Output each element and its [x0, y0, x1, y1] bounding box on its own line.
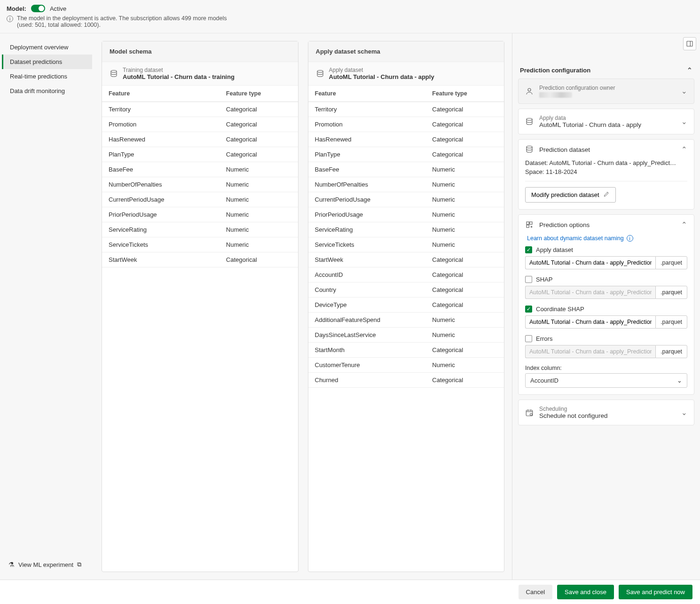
apply-data-section[interactable]: Apply data AutoML Tutorial - Churn data …	[518, 109, 694, 134]
prediction-dataset-label: Prediction dataset	[539, 146, 676, 153]
owner-value-redacted	[539, 92, 572, 98]
table-row: HasRenewedCategorical	[308, 132, 504, 147]
chevron-up-icon: ⌃	[681, 220, 687, 229]
type-cell: Numeric	[425, 237, 504, 252]
table-row: TerritoryCategorical	[308, 102, 504, 117]
scheduling-label: Scheduling	[539, 406, 676, 412]
nav-item[interactable]: Data drift monitoring	[2, 84, 92, 98]
learn-link[interactable]: Learn about dynamic dataset naming i	[527, 235, 633, 242]
external-link-icon	[77, 561, 81, 568]
model-info-text: The model in the deployment is active. T…	[17, 15, 243, 28]
svg-point-6	[527, 146, 532, 149]
table-row: CurrentPeriodUsageNumeric	[308, 192, 504, 207]
table-row: PlanTypeCategorical	[308, 147, 504, 162]
prediction-options-header[interactable]: Prediction options ⌃	[519, 215, 694, 235]
feature-cell: BaseFee	[308, 162, 426, 177]
save-and-predict-button[interactable]: Save and predict now	[619, 585, 692, 599]
table-row: CountryCategorical	[308, 282, 504, 298]
info-icon: i	[7, 16, 13, 22]
table-row: CustomerTenureNumeric	[308, 358, 504, 373]
feature-cell: CurrentPeriodUsage	[102, 192, 220, 207]
feature-cell: ServiceTickets	[308, 237, 426, 252]
view-ml-experiment-link[interactable]: View ML experiment	[2, 556, 92, 573]
nav-item[interactable]: Dataset predictions	[2, 55, 92, 69]
apply-schema-header-feature: Feature	[308, 86, 426, 102]
footer: Cancel Save and close Save and predict n…	[0, 580, 700, 604]
shap-checkbox[interactable]	[525, 276, 532, 283]
chevron-down-icon: ⌄	[677, 377, 682, 384]
table-row: AccountIDCategorical	[308, 267, 504, 282]
calendar-icon	[525, 408, 534, 417]
cancel-button[interactable]: Cancel	[519, 585, 552, 599]
table-row: ChurnedCategorical	[308, 373, 504, 388]
chevron-down-icon: ⌄	[681, 87, 687, 95]
type-cell: Numeric	[220, 192, 298, 207]
type-cell: Numeric	[425, 313, 504, 327]
table-row: BaseFeeNumeric	[308, 162, 504, 177]
apply-dataset-filename-input[interactable]	[525, 256, 655, 269]
table-row: ServiceRatingNumeric	[308, 222, 504, 237]
feature-cell: Promotion	[102, 117, 220, 132]
index-column-label: Index column:	[525, 365, 687, 371]
chevron-up-icon[interactable]: ⌃	[687, 66, 692, 74]
svg-point-0	[111, 70, 117, 72]
feature-cell: AccountID	[308, 267, 426, 282]
model-schema-header-feature: Feature	[102, 86, 220, 102]
model-schema-card: Model schema Training dataset AutoML Tut…	[102, 41, 299, 572]
nav-item[interactable]: Deployment overview	[2, 40, 92, 55]
index-column-select[interactable]: AccountID ⌄	[525, 373, 687, 388]
right-panel: Prediction configuration ⌃ Prediction co…	[512, 33, 700, 580]
owner-label: Prediction configuration owner	[539, 85, 676, 91]
apply-dataset-option-label: Apply dataset	[536, 246, 573, 253]
svg-rect-2	[687, 41, 692, 47]
errors-filename-input	[525, 345, 655, 358]
apply-schema-card: Apply dataset schema Apply dataset AutoM…	[308, 41, 505, 572]
chevron-up-icon: ⌃	[681, 145, 687, 154]
coordinate-shap-option-label: Coordinate SHAP	[536, 306, 584, 313]
svg-rect-8	[530, 222, 532, 224]
database-icon	[316, 70, 324, 78]
table-row: BaseFeeNumeric	[102, 162, 298, 177]
type-cell: Categorical	[425, 132, 504, 147]
model-label: Model:	[7, 5, 26, 12]
type-cell: Categorical	[425, 117, 504, 132]
table-row: NumberOfPenaltiesNumeric	[308, 177, 504, 192]
type-cell: Categorical	[425, 252, 504, 267]
scheduling-section[interactable]: Scheduling Schedule not configured ⌄	[518, 400, 694, 425]
table-row: NumberOfPenaltiesNumeric	[102, 177, 298, 192]
feature-cell: Territory	[308, 102, 426, 117]
type-cell: Numeric	[220, 237, 298, 252]
type-cell: Categorical	[220, 252, 298, 267]
svg-point-14	[530, 413, 533, 416]
apply-schema-header-type: Feature type	[425, 86, 504, 102]
table-row: ServiceTicketsNumeric	[102, 237, 298, 252]
modify-prediction-dataset-button[interactable]: Modify prediction dataset	[525, 187, 616, 203]
scheduling-value: Schedule not configured	[539, 412, 676, 419]
type-cell: Numeric	[220, 222, 298, 237]
feature-cell: StartWeek	[308, 252, 426, 267]
feature-cell: CustomerTenure	[308, 358, 426, 372]
apply-dataset-checkbox[interactable]	[525, 246, 532, 253]
table-row: StartWeekCategorical	[308, 252, 504, 267]
nav-item[interactable]: Real-time predictions	[2, 69, 92, 84]
type-cell: Categorical	[425, 282, 504, 297]
errors-checkbox[interactable]	[525, 335, 532, 342]
type-cell: Numeric	[425, 192, 504, 207]
table-row: CurrentPeriodUsageNumeric	[102, 192, 298, 207]
file-ext: .parquet	[655, 345, 687, 358]
owner-section[interactable]: Prediction configuration owner ⌄	[518, 78, 694, 104]
database-icon	[110, 70, 118, 78]
type-cell: Categorical	[425, 267, 504, 282]
save-and-close-button[interactable]: Save and close	[557, 585, 614, 599]
table-row: HasRenewedCategorical	[102, 132, 298, 147]
type-cell: Categorical	[220, 102, 298, 117]
feature-cell: AdditionalFeatureSpend	[308, 313, 426, 327]
pencil-icon	[603, 191, 610, 199]
coordinate-shap-checkbox[interactable]	[525, 306, 532, 313]
coordinate-shap-filename-input[interactable]	[525, 315, 655, 329]
model-active-toggle[interactable]	[31, 5, 45, 12]
apply-data-label: Apply data	[539, 115, 676, 121]
panel-toggle-button[interactable]	[683, 37, 696, 50]
prediction-dataset-header[interactable]: Prediction dataset ⌃	[519, 140, 694, 159]
prediction-dataset-section: Prediction dataset ⌃ Dataset: AutoML Tut…	[518, 139, 694, 210]
